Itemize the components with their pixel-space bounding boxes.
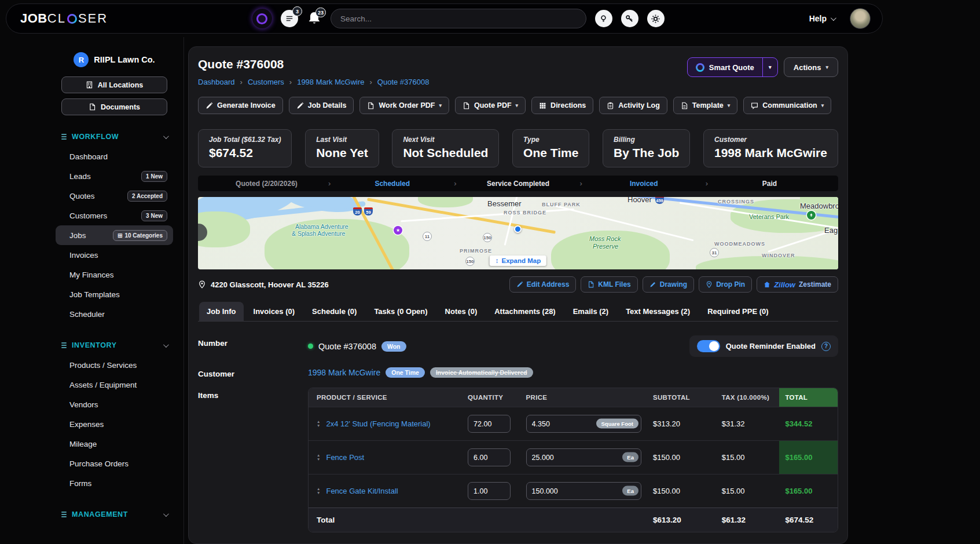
sidebar-item-assets-equipment[interactable]: Assets / Equipment: [56, 375, 173, 395]
key-icon[interactable]: [621, 10, 638, 27]
tab-required-ppe[interactable]: Required PPE (0): [700, 302, 776, 321]
tab-schedule[interactable]: Schedule (0): [304, 302, 364, 321]
button-label: Drawing: [660, 280, 687, 289]
unit-badge[interactable]: Square Foot: [596, 419, 638, 429]
smart-quote-dropdown-caret[interactable]: ▾: [762, 58, 777, 76]
sidebar-item-expenses[interactable]: Expenses: [56, 414, 173, 434]
breadcrumb-link-dashboard[interactable]: Dashboard: [198, 78, 235, 86]
sidebar-item-customers[interactable]: Customers3 New: [56, 206, 173, 225]
expand-map-button[interactable]: ↕ Expand Map: [490, 255, 546, 266]
reorder-handle[interactable]: ▲▼: [317, 487, 320, 495]
template-button[interactable]: Template ▾: [673, 97, 737, 114]
tab-invoices[interactable]: Invoices (0): [246, 302, 303, 321]
map-location-marker[interactable]: [514, 225, 522, 233]
quote-reminder-toggle[interactable]: [697, 340, 720, 352]
quantity-input[interactable]: [468, 482, 511, 500]
sidebar-item-quotes[interactable]: Quotes2 Accepted: [56, 186, 173, 206]
sidebar-item-leads[interactable]: Leads1 New: [56, 166, 173, 186]
sidebar-item-jobs[interactable]: Jobs⊞10 Categories: [56, 225, 173, 245]
status-dot-icon: [308, 344, 313, 349]
map-label-adventure-line1: Alabama Adventure: [295, 223, 348, 230]
tab-job-info[interactable]: Job Info: [199, 302, 244, 321]
quantity-input[interactable]: [468, 448, 511, 466]
sidebar-item-job-templates[interactable]: Job Templates: [56, 284, 173, 304]
items-table: PRODUCT / SERVICE QUANTITY PRICE SUBTOTA…: [308, 388, 838, 532]
tab-emails[interactable]: Emails (2): [566, 302, 616, 321]
documents-button[interactable]: Documents: [61, 98, 167, 115]
quantity-input[interactable]: [468, 415, 511, 433]
sidebar-item-vendors[interactable]: Vendors: [56, 395, 173, 414]
stat-value: 1998 Mark McGwire: [714, 146, 827, 160]
col-subtotal: SUBTOTAL: [647, 388, 716, 407]
tab-notes[interactable]: Notes (0): [438, 302, 485, 321]
help-question-icon[interactable]: ?: [821, 342, 831, 351]
sidebar-item-dashboard[interactable]: Dashboard: [56, 147, 173, 166]
sidebar-item-label: Products / Services: [69, 361, 137, 370]
park-poi-icon[interactable]: [807, 211, 816, 220]
product-link[interactable]: 2x4 12' Stud (Fencing Material): [326, 419, 430, 428]
smart-quote-button[interactable]: Smart Quote ▾: [687, 57, 778, 77]
expand-map-label: Expand Map: [502, 257, 541, 264]
work-order-pdf-button[interactable]: Work Order PDF ▾: [359, 97, 449, 114]
user-avatar[interactable]: [850, 8, 871, 29]
button-label: Drop Pin: [716, 280, 745, 289]
actions-button[interactable]: Actions ▾: [784, 57, 838, 77]
interstate-shield-59: 59: [364, 207, 373, 216]
sidebar-item-forms[interactable]: Forms: [56, 473, 173, 493]
reorder-handle[interactable]: ▲▼: [317, 454, 320, 461]
breadcrumb-link-customers[interactable]: Customers: [248, 78, 284, 86]
activity-log-button[interactable]: Activity Log: [599, 97, 667, 114]
company-switcher[interactable]: R RIIPL Lawn Co.: [61, 52, 167, 67]
map[interactable]: Bessemer Hoover Meadowbrook Eagle ROSS B…: [198, 197, 838, 269]
sidebar-item-invoices[interactable]: Invoices: [56, 245, 173, 265]
pencil-icon: [296, 102, 304, 109]
notifications-button[interactable]: 23: [307, 11, 322, 26]
help-menu[interactable]: Help: [809, 14, 835, 23]
total-cell: $344.52: [779, 407, 838, 441]
section-management[interactable]: MANAGEMENT: [61, 510, 167, 519]
tab-attachments[interactable]: Attachments (28): [487, 302, 563, 321]
sidebar-item-mileage[interactable]: Mileage: [56, 434, 173, 454]
job-details-button[interactable]: Job Details: [289, 97, 354, 114]
communication-button[interactable]: Communication ▾: [743, 97, 831, 114]
unit-badge[interactable]: Ea: [622, 486, 638, 496]
section-title: WORKFLOW: [72, 133, 119, 141]
recording-indicator-icon[interactable]: [252, 9, 272, 28]
lightbulb-icon[interactable]: [595, 10, 612, 27]
all-locations-button[interactable]: All Locations: [61, 76, 167, 93]
attraction-poi-icon[interactable]: ★: [394, 226, 402, 235]
sidebar-item-purchase-orders[interactable]: Purchase Orders: [56, 454, 173, 473]
stat-cards: Job Total ($61.32 Tax) $674.52 Last Visi…: [198, 129, 838, 167]
search-input[interactable]: [331, 9, 586, 28]
drawing-button[interactable]: Drawing: [643, 276, 694, 293]
section-workflow[interactable]: WORKFLOW: [61, 133, 167, 141]
generate-invoice-button[interactable]: Generate Invoice: [198, 97, 283, 114]
breadcrumb-link-quote[interactable]: Quote #376008: [377, 78, 430, 86]
kml-files-button[interactable]: KML Files: [581, 276, 637, 293]
zillow-zestimate-button[interactable]: Zillow Zestimate: [757, 276, 838, 293]
reorder-handle[interactable]: ▲▼: [317, 420, 320, 428]
quote-pdf-button[interactable]: Quote PDF ▾: [455, 97, 526, 114]
product-link[interactable]: Fence Post: [326, 453, 364, 462]
app-logo[interactable]: JOBCLSER: [20, 11, 108, 26]
map-label-windover: WINDOVER: [762, 253, 795, 258]
section-inventory[interactable]: INVENTORY: [61, 341, 167, 349]
sidebar-item-scheduler[interactable]: Scheduler: [56, 304, 173, 324]
customer-link[interactable]: 1998 Mark McGwire: [308, 368, 380, 377]
drop-pin-button[interactable]: Drop Pin: [699, 276, 752, 293]
tab-text-messages[interactable]: Text Messages (2): [618, 302, 698, 321]
col-tax: TAX (10.000%): [716, 388, 780, 407]
directions-button[interactable]: Directions: [531, 97, 593, 114]
sidebar-item-my-finances[interactable]: My Finances: [56, 265, 173, 284]
tab-tasks[interactable]: Tasks (0 Open): [366, 302, 435, 321]
breadcrumb-link-customer[interactable]: 1998 Mark McGwire: [297, 78, 364, 86]
product-link[interactable]: Fence Gate Kit/Install: [326, 487, 398, 495]
gear-icon[interactable]: [647, 10, 665, 27]
tasks-button[interactable]: 3: [281, 10, 298, 27]
sidebar-item-products-services[interactable]: Products / Services: [56, 355, 173, 375]
detail-tabs: Job Info Invoices (0) Schedule (0) Tasks…: [198, 302, 838, 322]
unit-badge[interactable]: Ea: [622, 452, 638, 462]
sidebar-item-badge: 3 New: [141, 210, 167, 221]
edit-address-button[interactable]: Edit Address: [509, 276, 577, 293]
pin-icon: [706, 281, 713, 288]
